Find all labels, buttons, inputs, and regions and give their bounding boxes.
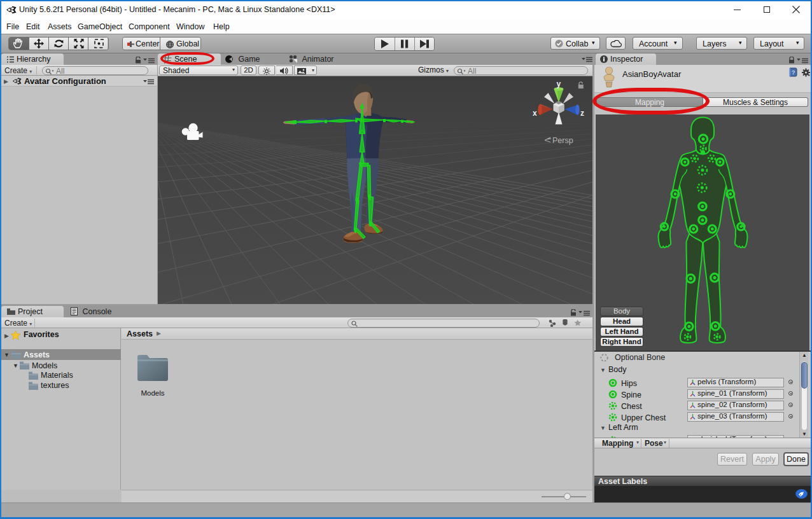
svg-text:z: z: [580, 109, 584, 118]
svg-text:Persp: Persp: [552, 136, 573, 145]
svg-text:y: y: [557, 80, 561, 88]
svg-text:?: ?: [792, 69, 795, 76]
svg-text:x: x: [533, 109, 537, 118]
